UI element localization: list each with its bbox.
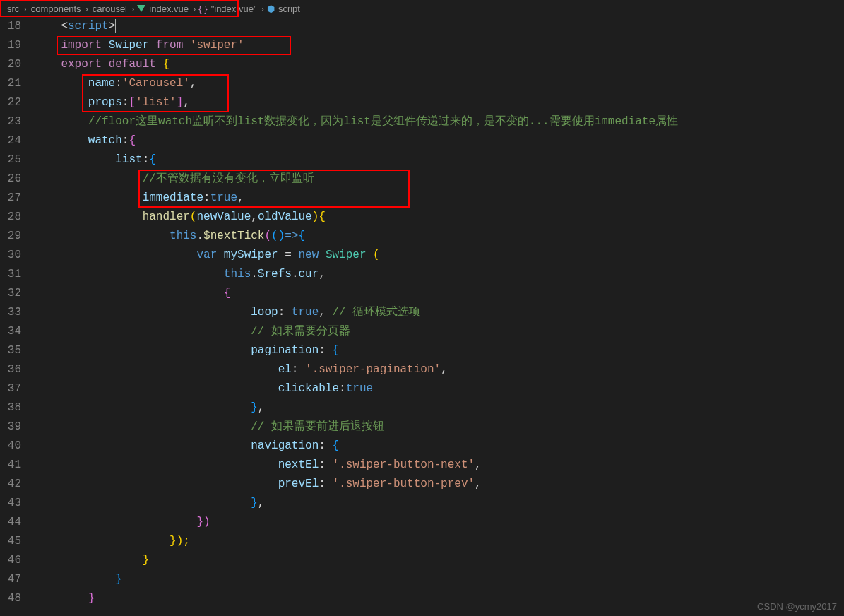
line-number: 19 <box>0 36 21 55</box>
line-number: 18 <box>0 17 21 36</box>
text-cursor <box>115 19 116 33</box>
line-number: 31 <box>0 265 21 284</box>
line-number: 33 <box>0 303 21 322</box>
line-number: 22 <box>0 93 21 112</box>
line-number: 46 <box>0 551 21 570</box>
line-number: 45 <box>0 532 21 551</box>
crumb-template[interactable]: "index.vue" <box>210 4 258 14</box>
crumb-carousel[interactable]: carousel <box>91 4 129 14</box>
cube-icon: ⬢ <box>267 4 275 14</box>
line-number: 35 <box>0 341 21 360</box>
line-gutter: 1819202122232425262728293031323334353637… <box>0 17 34 616</box>
line-number: 23 <box>0 112 21 131</box>
line-number: 39 <box>0 417 21 437</box>
line-number: 43 <box>0 494 21 513</box>
chevron-right-icon: › <box>129 4 137 14</box>
breadcrumb[interactable]: src › components › carousel › index.vue … <box>0 0 844 17</box>
chevron-right-icon: › <box>83 4 91 14</box>
code-area[interactable]: <script> import Swiper from 'swiper' exp… <box>34 17 844 616</box>
line-number: 28 <box>0 208 21 227</box>
line-number: 34 <box>0 322 21 341</box>
line-number: 38 <box>0 398 21 417</box>
chevron-right-icon: › <box>20 4 29 14</box>
chevron-right-icon: › <box>258 4 267 14</box>
code-editor[interactable]: 1819202122232425262728293031323334353637… <box>0 17 844 616</box>
brace-icon: { } <box>198 4 207 14</box>
watermark: CSDN @ycmy2017 <box>757 601 837 612</box>
line-number: 37 <box>0 379 21 398</box>
line-number: 20 <box>0 55 21 74</box>
line-number: 36 <box>0 360 21 379</box>
vue-icon <box>137 5 145 12</box>
chevron-right-icon: › <box>190 4 198 14</box>
line-number: 47 <box>0 570 21 589</box>
line-number: 40 <box>0 437 21 456</box>
line-number: 25 <box>0 150 21 170</box>
line-number: 42 <box>0 475 21 494</box>
line-number: 26 <box>0 170 21 189</box>
crumb-src[interactable]: src <box>6 4 20 14</box>
line-number: 44 <box>0 513 21 532</box>
line-number: 41 <box>0 456 21 475</box>
line-number: 24 <box>0 131 21 150</box>
crumb-file[interactable]: index.vue <box>148 4 190 14</box>
line-number: 48 <box>0 589 21 608</box>
line-number: 30 <box>0 246 21 265</box>
line-number: 27 <box>0 189 21 208</box>
crumb-components[interactable]: components <box>30 4 83 14</box>
crumb-script[interactable]: script <box>277 4 302 14</box>
line-number: 21 <box>0 74 21 93</box>
line-number: 29 <box>0 227 21 246</box>
line-number: 32 <box>0 284 21 303</box>
